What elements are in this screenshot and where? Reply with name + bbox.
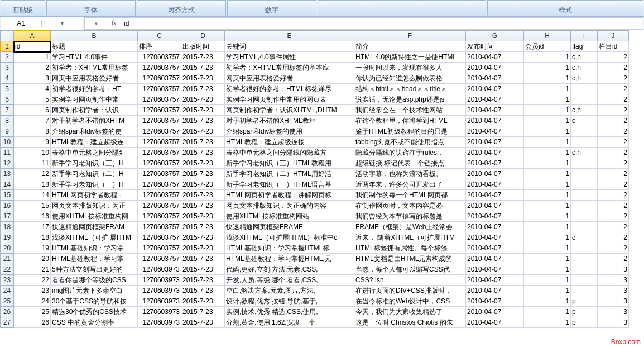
cell[interactable]: 2015-7-23 bbox=[181, 94, 225, 105]
cell[interactable]: 1 bbox=[524, 190, 571, 201]
cell[interactable]: 3 bbox=[14, 73, 51, 84]
cell[interactable]: 2 bbox=[598, 73, 629, 84]
cell[interactable]: 1270603757 bbox=[138, 105, 181, 116]
cell[interactable]: 隐藏分隔线的诀窍在于rules， bbox=[354, 148, 466, 158]
cell[interactable]: 关键词 bbox=[225, 41, 354, 52]
cell[interactable]: 1 bbox=[524, 126, 571, 137]
cell[interactable]: 介绍span和div标签的使 bbox=[51, 126, 138, 137]
cell[interactable]: 7 bbox=[14, 116, 51, 126]
cell[interactable]: 2015-7-23 bbox=[181, 211, 225, 222]
cell[interactable]: 17 bbox=[14, 222, 51, 232]
row-header[interactable]: 15 bbox=[1, 190, 14, 201]
cell[interactable]: 排序 bbox=[138, 41, 181, 52]
cell[interactable]: 1270603757 bbox=[138, 148, 181, 158]
cell[interactable]: 5 bbox=[14, 94, 51, 105]
cell[interactable]: 3 bbox=[598, 286, 629, 296]
column-header[interactable]: G bbox=[466, 31, 524, 41]
cell[interactable]: 1270603757 bbox=[138, 211, 181, 222]
cell[interactable]: 5种方法立刻写出更好的 bbox=[51, 264, 138, 275]
cell[interactable]: 1 bbox=[524, 264, 571, 275]
cell[interactable]: 1 bbox=[524, 137, 571, 148]
cell[interactable]: 网页文本排版知识：为正确的内容 bbox=[225, 201, 354, 211]
cell[interactable]: 2015-7-23 bbox=[181, 275, 225, 286]
cell[interactable]: 1 bbox=[14, 52, 51, 63]
cell[interactable]: 1 bbox=[524, 158, 571, 169]
cell[interactable]: 2010-04-07 bbox=[466, 211, 524, 222]
column-header[interactable]: F bbox=[354, 31, 466, 41]
cell[interactable]: 1 bbox=[524, 73, 571, 84]
cell[interactable]: 21 bbox=[14, 264, 51, 275]
cell[interactable]: 标题 bbox=[51, 41, 138, 52]
cell[interactable] bbox=[571, 179, 598, 190]
cell[interactable]: 2015-7-23 bbox=[181, 317, 225, 328]
cell[interactable]: 实例学习网页制作中常 bbox=[51, 94, 138, 105]
cell[interactable]: 2 bbox=[598, 94, 629, 105]
cell[interactable]: 发布时间 bbox=[466, 41, 524, 52]
cell[interactable]: 1270603973 bbox=[138, 264, 181, 275]
cell[interactable]: 使用XHTML按标准重构网 bbox=[51, 211, 138, 222]
fx-button[interactable]: fx bbox=[107, 19, 121, 27]
row-header[interactable]: 8 bbox=[1, 116, 14, 126]
column-header[interactable]: I bbox=[571, 31, 598, 41]
cell[interactable]: 2010-04-07 bbox=[466, 94, 524, 105]
cell[interactable]: 1270603757 bbox=[138, 169, 181, 179]
cell[interactable]: 4 bbox=[14, 84, 51, 94]
cell[interactable] bbox=[571, 94, 598, 105]
name-box-dropdown-icon[interactable]: ▼ bbox=[41, 20, 83, 27]
column-header[interactable]: H bbox=[524, 31, 571, 41]
row-header[interactable]: 10 bbox=[1, 137, 14, 148]
cell[interactable]: 2010-04-07 bbox=[466, 148, 524, 158]
row-header[interactable]: 17 bbox=[1, 211, 14, 222]
cell[interactable]: 1270603757 bbox=[138, 254, 181, 264]
cell[interactable]: HTML文档是由HTML元素构成的 bbox=[354, 254, 466, 264]
cell[interactable]: 在当今标准的Web设计中，CSS bbox=[354, 296, 466, 307]
cell[interactable]: 16 bbox=[14, 211, 51, 222]
cell[interactable]: 1 bbox=[524, 169, 571, 179]
cell[interactable]: HTML基础教程：学习掌握HTML,元 bbox=[225, 254, 354, 264]
name-box[interactable]: A1 ▼ bbox=[1, 17, 83, 30]
cell[interactable]: 2 bbox=[598, 211, 629, 222]
cell[interactable] bbox=[571, 243, 598, 254]
cell[interactable]: 在制作网页时，文本内容是必 bbox=[354, 201, 466, 211]
cell[interactable]: 实例,技术,优秀,精选,CSS,使用, bbox=[225, 307, 354, 317]
ribbon-group-blank[interactable] bbox=[318, 0, 486, 16]
column-header[interactable]: A bbox=[14, 31, 51, 41]
row-header[interactable]: 2 bbox=[1, 52, 14, 63]
cell[interactable]: 1270603757 bbox=[138, 126, 181, 137]
cell[interactable]: 2015-7-23 bbox=[181, 158, 225, 169]
cell[interactable]: 1270603757 bbox=[138, 179, 181, 190]
cell[interactable]: 2015-7-23 bbox=[181, 286, 225, 296]
cell[interactable] bbox=[571, 169, 598, 179]
ribbon-group-number[interactable]: 数字 bbox=[227, 0, 316, 16]
row-header[interactable]: 9 bbox=[1, 126, 14, 137]
cell[interactable]: 1 bbox=[524, 254, 571, 264]
cell[interactable]: 我们曾经为本节撰写的标题是 bbox=[354, 211, 466, 222]
row-header[interactable]: 12 bbox=[1, 158, 14, 169]
cell[interactable]: 初学者很好的参考：HT bbox=[51, 84, 138, 94]
cell[interactable]: 2 bbox=[14, 63, 51, 73]
cell[interactable]: 网页中应用表格爱好者 bbox=[225, 73, 354, 84]
cell[interactable]: 3 bbox=[598, 264, 629, 275]
cell[interactable]: 1270603973 bbox=[138, 275, 181, 286]
column-header[interactable]: E bbox=[225, 31, 354, 41]
cell[interactable]: 2 bbox=[598, 190, 629, 201]
cell[interactable]: 会员id bbox=[524, 41, 571, 52]
cell[interactable]: 30个基于CSS的导航和按 bbox=[51, 296, 138, 307]
cell[interactable]: HTML网页初学者教程：讲解网页标 bbox=[225, 190, 354, 201]
cell[interactable]: 代码,更好,立刻,方法,元素,CSS, bbox=[225, 264, 354, 275]
row-header[interactable]: 27 bbox=[1, 317, 14, 328]
cell[interactable]: 2015-7-23 bbox=[181, 148, 225, 158]
cell[interactable]: 19 bbox=[14, 243, 51, 254]
cell[interactable]: 2 bbox=[598, 201, 629, 211]
cell[interactable]: 今天，我们为大家收集精选了 bbox=[354, 307, 466, 317]
cell[interactable]: 2015-7-23 bbox=[181, 243, 225, 254]
cell[interactable]: 1270603757 bbox=[138, 73, 181, 84]
cell[interactable]: 2 bbox=[598, 116, 629, 126]
cell[interactable]: HTML标签拥有属性。每个标签 bbox=[354, 243, 466, 254]
cell[interactable]: 1270603973 bbox=[138, 286, 181, 296]
cell[interactable]: 在进行页面的DIV+CSS排版时， bbox=[354, 286, 466, 296]
cell[interactable]: p bbox=[571, 296, 598, 307]
cell[interactable]: 10 bbox=[14, 148, 51, 158]
row-header[interactable]: 6 bbox=[1, 94, 14, 105]
cell[interactable]: 20 bbox=[14, 254, 51, 264]
